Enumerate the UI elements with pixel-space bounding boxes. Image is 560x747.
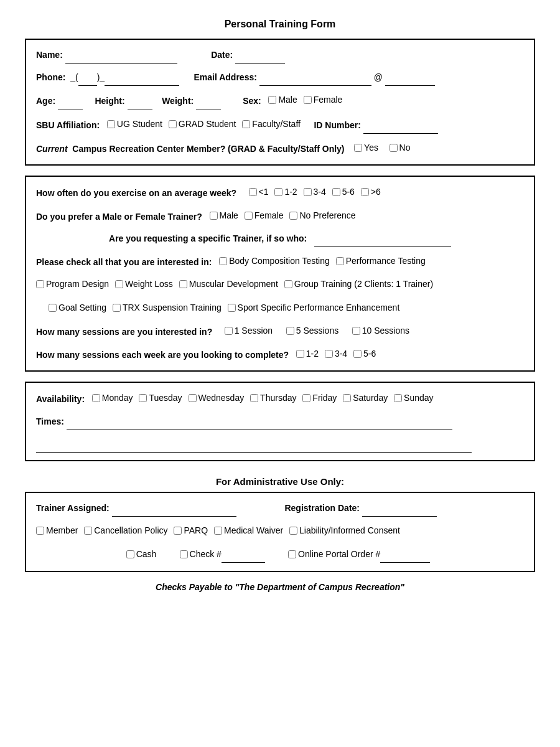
wk-34-cb[interactable]: 3-4	[325, 346, 347, 362]
phone-paren: _(	[68, 72, 78, 82]
cash-cb[interactable]: Cash	[126, 547, 157, 562]
admin-check-row1: Member Cancellation Policy PARQ Medical …	[36, 523, 524, 540]
tue-cb[interactable]: Tuesday	[139, 390, 182, 406]
yes-checkbox[interactable]: Yes	[354, 140, 378, 156]
ex-56-cb[interactable]: 5-6	[332, 184, 355, 200]
trainer-assigned-row: Trainer Assigned: Registration Date:	[36, 500, 524, 517]
interested-row3: Goal Setting TRX Suspension Training Spo…	[36, 300, 524, 317]
waiver-cb[interactable]: Medical Waiver	[214, 523, 283, 538]
male-check-input[interactable]	[268, 96, 276, 104]
ex-gt6-cb[interactable]: >6	[361, 184, 381, 200]
admin-section-title: For Administrative Use Only:	[25, 476, 535, 487]
availability-row: Availability: Monday Tuesday Wednesday T…	[36, 390, 524, 407]
trx-cb[interactable]: TRX Suspension Training	[113, 300, 222, 316]
ex-34-cb[interactable]: 3-4	[304, 184, 326, 200]
ex-lt1-cb[interactable]: <1	[249, 184, 269, 200]
male-label: Male	[278, 92, 297, 108]
sex-label: Sex:	[243, 96, 261, 106]
male-checkbox[interactable]: Male	[268, 92, 297, 108]
goal-set-cb[interactable]: Goal Setting	[49, 300, 106, 316]
admin-section: Trainer Assigned: Registration Date: Mem…	[25, 492, 535, 572]
member-row: Current Campus Recreation Center Member?…	[36, 140, 524, 157]
fitness-preferences-section: How often do you exercise on an average …	[25, 176, 535, 372]
weekly-q: How many sessions each week are you look…	[36, 350, 289, 360]
ex-12-cb[interactable]: 1-2	[274, 184, 297, 200]
specific-trainer-underline	[314, 231, 451, 247]
times-label: Times:	[36, 416, 64, 426]
date-underline	[235, 47, 285, 63]
interested-q: Please check all that you are interested…	[36, 257, 212, 267]
prog-design-cb[interactable]: Program Design	[36, 276, 109, 292]
grad-checkbox[interactable]: GRAD Student	[169, 116, 236, 132]
phone-num	[105, 70, 179, 86]
times-extra-row	[36, 436, 524, 453]
muscular-cb[interactable]: Muscular Development	[179, 276, 278, 292]
tr-female-cb[interactable]: Female	[245, 208, 284, 223]
age-height-row: Age: Height: Weight: Sex: Male Female	[36, 92, 524, 110]
phone-label: Phone:	[36, 72, 65, 82]
portal-underline	[380, 547, 430, 563]
faculty-checkbox[interactable]: Faculty/Staff	[242, 116, 301, 132]
mon-cb[interactable]: Monday	[92, 390, 133, 406]
sport-cb[interactable]: Sport Specific Performance Enhancement	[228, 300, 400, 316]
phone-close-paren: )_	[97, 72, 105, 82]
name-date-row: Name: Date:	[36, 47, 524, 63]
thu-cb[interactable]: Thursday	[250, 390, 296, 406]
group-train-cb[interactable]: Group Training (2 Clients: 1 Trainer)	[284, 276, 433, 292]
phone-email-row: Phone: _( )_ Email Address: @	[36, 70, 524, 86]
payment-row: Cash Check # Online Portal Order #	[36, 547, 524, 564]
wed-cb[interactable]: Wednesday	[189, 390, 245, 406]
id-underline	[363, 118, 438, 134]
sat-cb[interactable]: Saturday	[343, 390, 388, 406]
tr-male-cb[interactable]: Male	[210, 208, 238, 223]
sess-10-cb[interactable]: 10 Sessions	[352, 323, 409, 339]
wk-12-cb[interactable]: 1-2	[296, 346, 319, 362]
date-label: Date:	[211, 50, 233, 60]
sessions-row: How many sessions are you interested in?…	[36, 323, 524, 340]
availability-section: Availability: Monday Tuesday Wednesday T…	[25, 382, 535, 461]
times-extra-underline	[36, 436, 472, 453]
tr-nopref-cb[interactable]: No Preference	[289, 208, 355, 223]
sun-cb[interactable]: Sunday	[394, 390, 433, 406]
email-label: Email Address:	[194, 72, 256, 82]
yes-check-input[interactable]	[354, 144, 362, 152]
at-symbol: @	[374, 72, 383, 82]
sbu-row: SBU Affiliation: UG Student GRAD Student…	[36, 116, 524, 134]
exercise-q: How often do you exercise on an average …	[36, 188, 236, 198]
female-label: Female	[314, 92, 343, 108]
no-check-input[interactable]	[390, 144, 398, 152]
ug-check-input[interactable]	[107, 120, 115, 128]
specific-q: Are you requesting a specific Trainer, i…	[109, 233, 307, 243]
weight-label: Weight:	[162, 96, 194, 106]
grad-check-input[interactable]	[169, 120, 177, 128]
height-label: Height:	[95, 96, 124, 106]
ug-label: UG Student	[117, 116, 162, 132]
body-comp-cb[interactable]: Body Composition Testing	[219, 253, 330, 269]
fri-cb[interactable]: Friday	[302, 390, 337, 406]
female-check-input[interactable]	[304, 96, 312, 104]
times-row: Times:	[36, 414, 524, 430]
cancel-cb[interactable]: Cancellation Policy	[84, 523, 167, 538]
member-cb[interactable]: Member	[36, 523, 78, 538]
portal-cb[interactable]: Online Portal Order #	[288, 547, 430, 563]
faculty-check-input[interactable]	[242, 120, 250, 128]
parq-cb[interactable]: PARQ	[174, 523, 208, 538]
interested-row1: Please check all that you are interested…	[36, 253, 524, 270]
wk-56-cb[interactable]: 5-6	[353, 346, 376, 362]
sessions-q: How many sessions are you interested in?	[36, 327, 212, 337]
weekly-sessions-row: How many sessions each week are you look…	[36, 346, 524, 363]
yes-label: Yes	[364, 140, 378, 156]
check-cb[interactable]: Check #	[180, 547, 265, 563]
ug-checkbox[interactable]: UG Student	[107, 116, 162, 132]
female-checkbox[interactable]: Female	[304, 92, 343, 108]
perf-test-cb[interactable]: Performance Testing	[336, 253, 426, 269]
campus-label: Campus Recreation Center Member? (GRAD &…	[70, 144, 344, 154]
sess-5-cb[interactable]: 5 Sessions	[286, 323, 338, 339]
no-checkbox[interactable]: No	[390, 140, 411, 156]
times-underline	[67, 414, 452, 430]
personal-info-section: Name: Date: Phone: _( )_ Email Address: …	[25, 39, 535, 166]
sess-1-cb[interactable]: 1 Session	[225, 323, 273, 339]
liability-cb[interactable]: Liability/Informed Consent	[289, 523, 400, 538]
height-underline	[128, 93, 152, 110]
weight-loss-cb[interactable]: Weight Loss	[115, 276, 173, 292]
